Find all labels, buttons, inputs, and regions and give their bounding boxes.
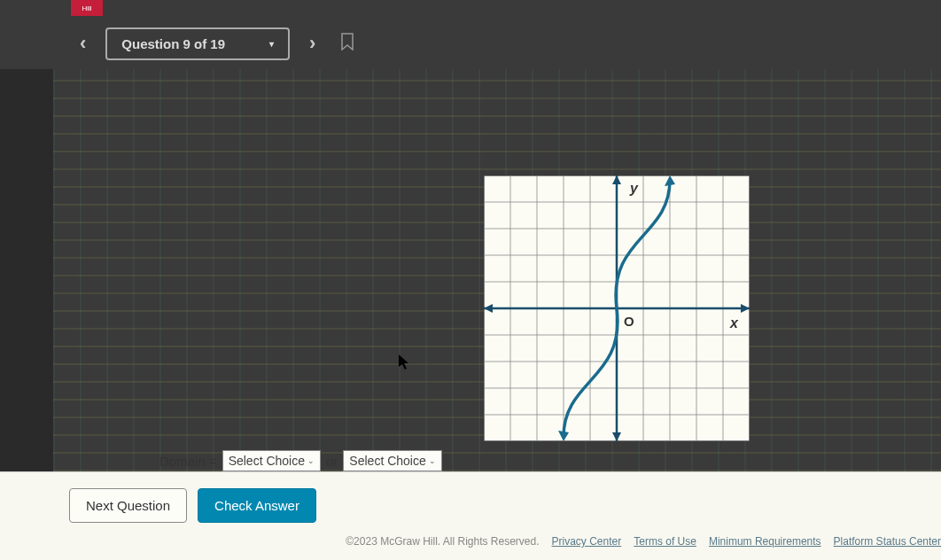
domain-select-2[interactable]: Select Choice ⌄	[343, 450, 441, 471]
question-content: y x O Domain = Select Choice ⌄ or Select…	[53, 69, 941, 471]
terms-link[interactable]: Terms of Use	[634, 535, 696, 548]
chevron-down-icon: ⌄	[429, 456, 436, 465]
check-answer-button[interactable]: Check Answer	[198, 488, 316, 523]
domain-label: Domain =	[159, 454, 217, 469]
next-question-button[interactable]: ›	[300, 27, 324, 60]
footer: ©2023 McGraw Hill. All Rights Reserved. …	[346, 535, 941, 548]
bookmark-icon[interactable]	[335, 27, 360, 60]
prev-question-button[interactable]: ‹	[71, 27, 95, 60]
next-question-button[interactable]: Next Question	[69, 488, 187, 523]
x-axis-label: x	[729, 315, 739, 331]
question-nav-bar: ‹ Question 9 of 19 ▾ ›	[0, 0, 941, 69]
question-selector-dropdown[interactable]: Question 9 of 19 ▾	[105, 27, 290, 60]
chevron-down-icon: ⌄	[307, 456, 315, 465]
publisher-logo: Hill	[71, 0, 103, 16]
domain-row: Domain = Select Choice ⌄ or Select Choic…	[159, 450, 442, 471]
or-text: or	[326, 454, 338, 469]
left-margin	[0, 69, 53, 471]
mouse-cursor-icon	[399, 354, 411, 374]
status-link[interactable]: Platform Status Center	[834, 535, 941, 548]
coordinate-graph: y x O	[484, 175, 750, 441]
requirements-link[interactable]: Minimum Requirements	[709, 535, 821, 548]
chevron-down-icon: ▾	[269, 39, 274, 49]
origin-label: O	[624, 314, 634, 329]
question-selector-label: Question 9 of 19	[121, 36, 225, 51]
copyright-text: ©2023 McGraw Hill. All Rights Reserved.	[346, 535, 539, 548]
action-bar: Next Question Check Answer ©2023 McGraw …	[0, 471, 941, 560]
domain-select-1[interactable]: Select Choice ⌄	[222, 450, 321, 471]
privacy-link[interactable]: Privacy Center	[552, 535, 622, 548]
y-axis-label: y	[629, 181, 639, 196]
